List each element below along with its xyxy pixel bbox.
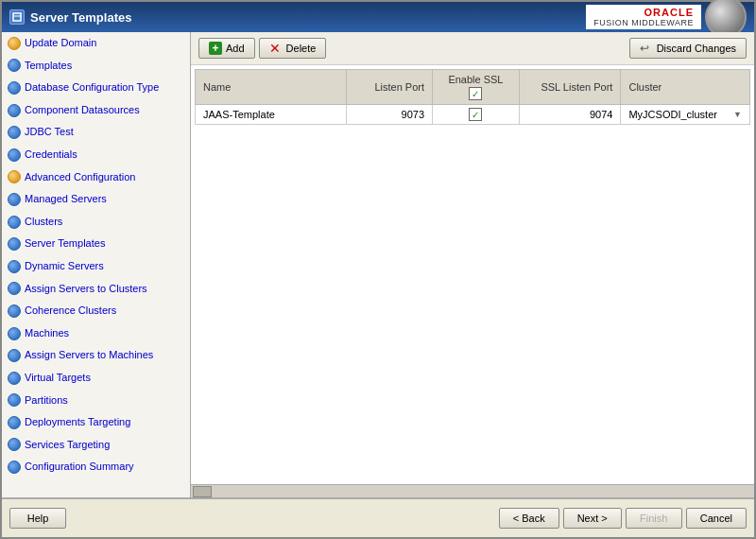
delete-icon: ✕ [269,42,283,55]
bullet-icon [8,126,21,139]
bullet-icon [8,461,21,474]
content-panel: + Add ✕ Delete ↩ Discard Changes [191,32,754,497]
sidebar-item-advanced-configuration[interactable]: Advanced Configuration [2,166,178,189]
horizontal-scrollbar[interactable] [191,484,754,497]
help-button[interactable]: Help [9,508,66,529]
back-label: < Back [513,513,545,524]
sidebar-label: Templates [25,58,72,75]
cancel-button[interactable]: Cancel [686,508,747,529]
bullet-icon [8,438,21,451]
next-button[interactable]: Next > [563,508,622,529]
sidebar: Update DomainTemplatesDatabase Configura… [2,32,191,497]
discard-icon: ↩ [640,42,653,55]
sidebar-item-assign-servers-machines[interactable]: Assign Servers to Machines [2,344,178,367]
bullet-icon [8,193,21,206]
footer: Help < Back Next > Finish Cancel [2,497,754,537]
window-icon [9,9,25,25]
cell-name: JAAS-Template [196,105,347,125]
sidebar-label: Database Configuration Type [25,79,159,96]
sidebar-item-partitions[interactable]: Partitions [2,390,178,412]
title-bar: Server Templates ORACLE FUSION MIDDLEWAR… [2,2,754,32]
sidebar-label: Managed Servers [25,191,107,208]
dropdown-arrow-icon: ▼ [733,110,742,119]
col-header-ssl-port: SSL Listen Port [519,70,621,105]
sidebar-item-component-datasources[interactable]: Component Datasources [2,99,178,122]
sidebar-item-services-targeting[interactable]: Services Targeting [2,434,178,457]
title-bar-left: Server Templates [9,9,131,25]
bullet-icon [8,304,21,318]
sidebar-item-virtual-targets[interactable]: Virtual Targets [2,367,178,390]
sidebar-item-jdbc-test[interactable]: JDBC Test [2,121,178,144]
delete-button[interactable]: ✕ Delete [259,38,327,59]
main-content: Update DomainTemplatesDatabase Configura… [2,32,754,497]
toolbar-left: + Add ✕ Delete [198,38,326,59]
bullet-icon [8,216,21,229]
delete-label: Delete [286,43,317,54]
footer-right: < Back Next > Finish Cancel [499,508,747,529]
window-title: Server Templates [30,10,131,25]
cell-cluster[interactable]: MyJCSODI_cluster ▼ [621,105,750,125]
bullet-icon [8,393,21,407]
next-label: Next > [577,513,608,524]
help-label: Help [27,513,49,524]
bullet-icon [8,416,21,429]
bullet-icon [8,37,21,50]
discard-changes-button[interactable]: ↩ Discard Changes [629,38,747,59]
cluster-dropdown[interactable]: MyJCSODI_cluster ▼ [628,109,742,120]
header-ssl-checkbox[interactable]: ✓ [469,87,482,100]
oracle-brand: ORACLE [644,7,694,18]
bullet-icon [8,170,21,183]
server-templates-table: Name Listen Port Enable SSL ✓ SSL Listen… [195,69,750,125]
cancel-label: Cancel [700,513,732,524]
sidebar-item-deployments-targeting[interactable]: Deployments Targeting [2,411,178,434]
footer-left: Help [9,508,66,529]
back-button[interactable]: < Back [499,508,559,529]
bullet-icon [8,349,21,362]
sidebar-item-configuration-summary[interactable]: Configuration Summary [2,456,178,478]
bullet-icon [8,372,21,385]
sidebar-label: Clusters [25,214,62,231]
sidebar-item-server-templates[interactable]: Server Templates [2,233,178,255]
sidebar-item-assign-servers-clusters[interactable]: Assign Servers to Clusters [2,278,178,301]
cluster-value: MyJCSODI_cluster [628,109,717,120]
finish-button[interactable]: Finish [626,508,682,529]
sidebar-label: Configuration Summary [25,459,134,476]
sidebar-item-templates[interactable]: Templates [2,55,178,78]
oracle-sub: FUSION MIDDLEWARE [593,18,694,27]
row-ssl-checkbox[interactable]: ✓ [469,108,482,121]
svg-rect-0 [13,13,21,21]
hscroll-thumb[interactable] [193,486,212,497]
bullet-icon [8,260,21,273]
add-button[interactable]: + Add [198,38,255,59]
bullet-icon [8,148,21,162]
discard-label: Discard Changes [657,43,736,54]
col-header-listen-port: Listen Port [347,70,433,105]
table-row: JAAS-Template 9073 ✓ 9074 MyJCSODI_clust… [196,105,750,125]
bullet-icon [8,327,21,340]
sidebar-label: Coherence Clusters [25,303,116,320]
toolbar: + Add ✕ Delete ↩ Discard Changes [191,32,754,65]
sidebar-label: Virtual Targets [25,370,91,387]
cell-listen-port: 9073 [347,105,433,125]
bullet-icon [8,104,21,117]
sidebar-item-dynamic-servers[interactable]: Dynamic Servers [2,255,178,278]
sidebar-item-database-config[interactable]: Database Configuration Type [2,77,178,99]
sidebar-item-update-domain[interactable]: Update Domain [2,32,178,55]
sidebar-item-managed-servers[interactable]: Managed Servers [2,188,178,211]
bullet-icon [8,237,21,251]
bullet-icon [8,59,21,72]
sidebar-item-clusters[interactable]: Clusters [2,211,178,234]
sidebar-label: Assign Servers to Clusters [25,281,147,298]
sidebar-item-coherence-clusters[interactable]: Coherence Clusters [2,300,178,322]
cell-enable-ssl[interactable]: ✓ [433,105,520,125]
add-label: Add [226,43,245,54]
sidebar-label: Update Domain [25,35,96,52]
col-header-enable-ssl: Enable SSL ✓ [433,70,520,105]
sidebar-item-machines[interactable]: Machines [2,322,178,345]
sidebar-label: Services Targeting [25,437,110,454]
col-header-cluster: Cluster [621,70,750,105]
sidebar-item-credentials[interactable]: Credentials [2,144,178,166]
add-icon: + [209,42,222,55]
sidebar-label: Assign Servers to Machines [25,347,153,364]
sidebar-label: Dynamic Servers [25,258,104,275]
